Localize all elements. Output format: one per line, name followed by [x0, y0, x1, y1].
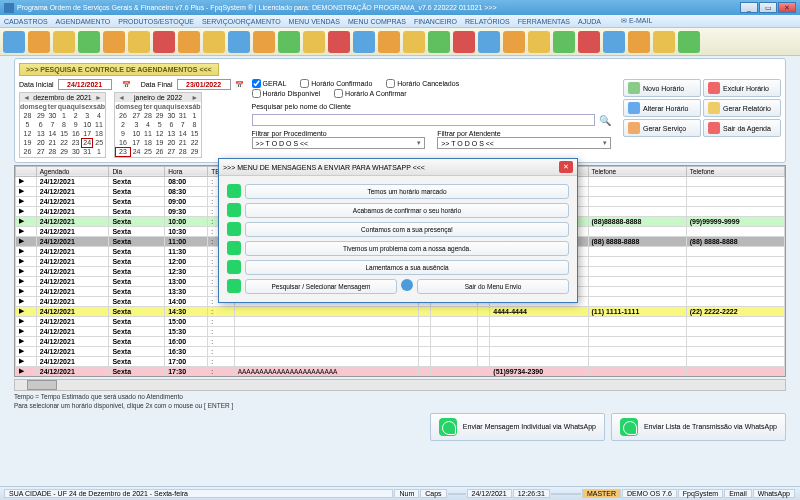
horizontal-scrollbar[interactable] [14, 379, 786, 391]
maximize-button[interactable]: ▭ [759, 2, 777, 13]
tool-2[interactable] [27, 30, 51, 54]
msg-presenca-button[interactable]: Contamos com a sua presença! [245, 222, 569, 237]
tool-28[interactable] [677, 30, 701, 54]
tool-25[interactable] [602, 30, 626, 54]
cal-next-icon[interactable]: ► [189, 94, 200, 101]
enviar-lista-button[interactable]: Enviar Lista de Transmissão via WhatsApp [611, 413, 786, 441]
hint-tempo: Tempo = Tempo Estimado que será usado no… [14, 393, 786, 400]
info-icon [401, 279, 413, 291]
calendar-2[interactable]: ◄janeiro de 2022► domsegterquaquisexsáb2… [114, 92, 202, 158]
tool-10[interactable] [227, 30, 251, 54]
combo-atendente[interactable]: >> T O D O S <<▾ [437, 137, 611, 149]
tool-14[interactable] [327, 30, 351, 54]
menu-ajuda[interactable]: AJUDA [578, 18, 601, 25]
msg-horario-marcado-button[interactable]: Temos um horário marcado [245, 184, 569, 199]
enviar-individual-button[interactable]: Enviar Mensagem Individual via WhatsApp [430, 413, 605, 441]
chevron-down-icon: ▾ [603, 139, 607, 147]
tool-26[interactable] [627, 30, 651, 54]
tool-12[interactable] [277, 30, 301, 54]
status-city: SUA CIDADE - UF 24 de Dezembro de 2021 -… [4, 489, 393, 498]
msg-ausencia-button[interactable]: Lamentamos a sua ausência [245, 260, 569, 275]
tool-24[interactable] [577, 30, 601, 54]
tool-13[interactable] [302, 30, 326, 54]
whatsapp-icon [227, 279, 241, 293]
status-caps: Caps [420, 489, 446, 498]
status-fpq[interactable]: FpqSystem [678, 489, 723, 498]
status-num: Num [394, 489, 419, 498]
combo-procedimento[interactable]: >> T O D O S <<▾ [252, 137, 426, 149]
menu-relatorios[interactable]: RELATÓRIOS [465, 18, 510, 25]
toolbar [0, 28, 800, 56]
cal-icon[interactable]: 📅 [122, 81, 131, 89]
sair-menu-button[interactable]: Sair do Menu Envio [417, 279, 569, 294]
menu-cadastros[interactable]: CADASTROS [4, 18, 48, 25]
search-input[interactable] [252, 114, 595, 126]
cal-next-icon[interactable]: ► [93, 94, 104, 101]
tool-6[interactable] [127, 30, 151, 54]
menu-servico[interactable]: SERVIÇO/ORÇAMENTO [202, 18, 281, 25]
msg-problema-button[interactable]: Tivemos um problema com a nossa agenda. [245, 241, 569, 256]
data-inicial-field[interactable]: 24/12/2021 [58, 79, 112, 90]
cal-icon[interactable]: 📅 [235, 81, 244, 89]
tool-17[interactable] [402, 30, 426, 54]
whatsapp-icon [227, 222, 241, 236]
cal-prev-icon[interactable]: ◄ [21, 94, 32, 101]
search-icon[interactable]: 🔍 [599, 115, 611, 126]
tool-27[interactable] [652, 30, 676, 54]
data-final-field[interactable]: 23/01/2022 [177, 79, 231, 90]
tool-11[interactable] [252, 30, 276, 54]
menu-compras[interactable]: MENU COMPRAS [348, 18, 406, 25]
whatsapp-icon [227, 241, 241, 255]
tool-16[interactable] [377, 30, 401, 54]
pesquisar-msg-button[interactable]: Pesquisar / Selecionar Mensagem [245, 279, 397, 294]
tool-4[interactable] [77, 30, 101, 54]
dialog-close-button[interactable]: ✕ [559, 161, 573, 173]
chk-geral[interactable]: GERAL [252, 79, 287, 88]
statusbar: SUA CIDADE - UF 24 de Dezembro de 2021 -… [0, 486, 800, 500]
menu-financeiro[interactable]: FINANCEIRO [414, 18, 457, 25]
tool-22[interactable] [527, 30, 551, 54]
tool-23[interactable] [552, 30, 576, 54]
app-icon [4, 3, 14, 13]
msg-confirmar-button[interactable]: Acabamos de confirmar o seu horário [245, 203, 569, 218]
whatsapp-icon [227, 260, 241, 274]
novo-horario-button[interactable]: Novo Horário [623, 79, 701, 97]
tool-19[interactable] [452, 30, 476, 54]
data-inicial-label: Data Inicial [19, 81, 54, 88]
menu-agendamento[interactable]: AGENDAMENTO [56, 18, 111, 25]
data-final-label: Data Final [141, 81, 173, 88]
menu-email[interactable]: E-MAIL [629, 17, 652, 24]
chk-cancelados[interactable]: Horário Cancelados [386, 79, 459, 88]
calendar-1[interactable]: ◄dezembro de 2021► domsegterquaquisexsáb… [19, 92, 106, 158]
tool-3[interactable] [52, 30, 76, 54]
tool-9[interactable] [202, 30, 226, 54]
chk-aconfirmar[interactable]: Horário A Confirmar [334, 89, 406, 98]
tool-20[interactable] [477, 30, 501, 54]
status-date: 24/12/2021 [467, 489, 512, 498]
menu-produtos[interactable]: PRODUTOS/ESTOQUE [118, 18, 194, 25]
excluir-horario-button[interactable]: Excluir Horário [703, 79, 781, 97]
status-email[interactable]: Email [724, 489, 752, 498]
tool-5[interactable] [102, 30, 126, 54]
gerar-servico-button[interactable]: Gerar Serviço [623, 119, 701, 137]
sair-agenda-button[interactable]: Sair da Agenda [703, 119, 781, 137]
whatsapp-icon [227, 203, 241, 217]
minimize-button[interactable]: _ [740, 2, 758, 13]
menu-ferramentas[interactable]: FERRAMENTAS [518, 18, 570, 25]
tool-8[interactable] [177, 30, 201, 54]
chk-confirmado[interactable]: Horário Confirmado [300, 79, 372, 88]
alterar-horario-button[interactable]: Alterar Horário [623, 99, 701, 117]
tool-1[interactable] [2, 30, 26, 54]
gerar-relatorio-button[interactable]: Gerar Relatório [703, 99, 781, 117]
menu-vendas[interactable]: MENU VENDAS [289, 18, 340, 25]
chevron-down-icon: ▾ [417, 139, 421, 147]
tool-15[interactable] [352, 30, 376, 54]
tool-18[interactable] [427, 30, 451, 54]
status-whatsapp[interactable]: WhatsApp [753, 489, 795, 498]
tool-7[interactable] [152, 30, 176, 54]
tool-21[interactable] [502, 30, 526, 54]
status-demo: DEMO OS 7.6 [622, 489, 677, 498]
cal-prev-icon[interactable]: ◄ [116, 94, 127, 101]
close-button[interactable]: ✕ [778, 2, 796, 13]
chk-disponivel[interactable]: Horário Disponível [252, 89, 321, 98]
